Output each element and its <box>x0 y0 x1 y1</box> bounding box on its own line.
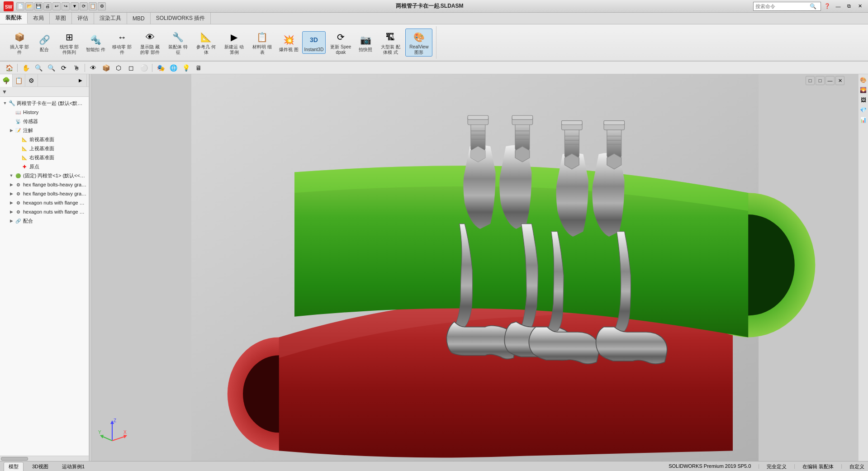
redo-btn[interactable]: ↪ <box>62 2 70 10</box>
display-manager-btn[interactable]: 📊 <box>859 116 868 124</box>
tab-plugins[interactable]: SOLIDWORKS 插件 <box>151 13 211 24</box>
reference-geometry-btn[interactable]: 📐 参考几 何体 <box>193 29 219 56</box>
scene-btn[interactable]: 🖥 <box>193 62 204 73</box>
exploded-view-btn[interactable]: 💥 爆炸视 图 <box>277 32 300 53</box>
split-vertical-btn[interactable]: □ <box>816 76 825 85</box>
tree-history[interactable]: 📖 History <box>6 108 89 117</box>
expand-sidebar-btn[interactable]: ▶ <box>74 74 87 87</box>
svg-rect-21 <box>562 121 583 125</box>
tab-render[interactable]: 渲染工具 <box>94 13 127 24</box>
shaded-btn[interactable]: ⬡ <box>113 62 124 73</box>
right-plane-icon: 📐 <box>21 154 28 161</box>
tree-mates[interactable]: ▶ 🔗 配合 <box>6 216 89 225</box>
options-btn[interactable]: ▼ <box>71 2 79 10</box>
print-btn[interactable]: 🖨 <box>43 2 52 10</box>
tree-fixed-pipe[interactable]: ▼ 🟢 (固定) 丙根管<1> (默认<<默认>_显示 <box>6 171 89 180</box>
property-tab[interactable]: 📋 <box>13 74 25 87</box>
minimize-viewport-btn[interactable]: — <box>825 76 835 85</box>
rotate-view-btn[interactable]: ✋ <box>20 62 31 73</box>
help-btn[interactable]: ❓ <box>823 2 832 11</box>
scene-bg-btn[interactable]: 🌄 <box>859 86 868 94</box>
instant3d-btn[interactable]: 3D Instant3D <box>302 31 326 54</box>
tab-layout[interactable]: 布局 <box>28 13 50 24</box>
svg-marker-43 <box>100 435 104 438</box>
svg-rect-27 <box>604 121 625 125</box>
appearance-btn[interactable]: 🎨 <box>859 76 868 84</box>
capture-snapshot-btn[interactable]: 📷 拍快照 <box>356 32 375 53</box>
shaded-edges-btn[interactable]: ◻ <box>126 62 137 73</box>
large-assembly-mode-btn[interactable]: 🏗 大型装 配体模 式 <box>377 29 403 56</box>
tab-assembly[interactable]: 装配体 <box>0 13 28 24</box>
front-plane-icon: 📐 <box>21 136 28 143</box>
file-props-btn[interactable]: 📋 <box>89 2 97 10</box>
tab-evaluate[interactable]: 评估 <box>72 13 94 24</box>
close-btn[interactable]: ✕ <box>855 2 864 11</box>
filter-icon[interactable]: ▼ <box>2 89 7 95</box>
bom-btn[interactable]: 📋 材料明 细表 <box>249 29 275 56</box>
restore-btn[interactable]: ⧉ <box>844 2 854 11</box>
new-motion-study-btn[interactable]: ▶ 新建运 动算例 <box>221 29 247 56</box>
view-home-btn[interactable]: 🏠 <box>4 62 14 73</box>
smart-fastener-btn[interactable]: 🔩 智能扣 件 <box>84 32 107 53</box>
config-tab[interactable]: ⚙ <box>25 74 38 87</box>
tree-nut2[interactable]: ▶ ⚙ hexagon nuts with flange gb<3> <box>6 207 89 216</box>
rebuild-btn[interactable]: ⟳ <box>80 2 88 10</box>
realview-btn[interactable]: 🎨 RealView 图形 <box>405 29 432 57</box>
split-horizontal-btn[interactable]: □ <box>806 76 815 85</box>
sidebar-scrollbar[interactable] <box>0 456 89 461</box>
linear-pattern-btn[interactable]: ⊞ 线性零 部件阵列 <box>56 29 82 56</box>
search-input[interactable] <box>755 4 810 9</box>
move-component-btn[interactable]: ↔ 移动零 部件 <box>109 29 135 56</box>
options2-btn[interactable]: ⚙ <box>98 2 106 10</box>
feature-tree-tab[interactable]: 🌳 <box>0 74 13 87</box>
status-sep1: | <box>758 463 759 470</box>
tree-nut1[interactable]: ▶ ⚙ hexagon nuts with flange gb<2> <box>6 198 89 207</box>
display-style-btn[interactable]: 👁 <box>88 62 99 73</box>
bolt1-icon: ⚙ <box>14 181 22 188</box>
minimize-btn[interactable]: — <box>834 2 843 11</box>
tree-root[interactable]: ▼ 🔧 两根管子卡在一起 (默认<默认_显示状态 <box>0 99 89 108</box>
hidden-lines-btn[interactable]: ⚪ <box>138 62 149 73</box>
3d-viewport[interactable]: Z X Y □ □ — ✕ <box>92 74 858 461</box>
pan-btn[interactable]: ⟳ <box>58 62 69 73</box>
undo-btn[interactable]: ↩ <box>52 2 61 10</box>
tree-top-plane[interactable]: 📐 上视基准面 <box>13 144 89 153</box>
zoom-to-fit-btn[interactable]: 🔍 <box>33 62 44 73</box>
selection-btn[interactable]: 🖱 <box>71 62 82 73</box>
tree-bolt1[interactable]: ▶ ⚙ hex flange bolts-heavy grade b g <box>6 180 89 189</box>
decals-btn[interactable]: 🖼 <box>859 96 868 104</box>
show-hide-btn[interactable]: 👁 显示隐 藏的零 部件 <box>137 29 163 56</box>
lighting-btn[interactable]: 💡 <box>180 62 191 73</box>
insert-component-btn[interactable]: 📦 插入零 部件 <box>6 29 33 56</box>
tab-mbd[interactable]: MBD <box>127 13 151 24</box>
tree-sensor[interactable]: 📡 传感器 <box>6 117 89 126</box>
model-tab[interactable]: 模型 <box>4 462 24 471</box>
view-orientation-btn[interactable]: 🌐 <box>168 62 179 73</box>
command-search[interactable]: 🔍 <box>753 2 821 11</box>
close-viewport-btn[interactable]: ✕ <box>835 76 844 85</box>
save-btn[interactable]: 💾 <box>34 2 43 10</box>
zoom-window-btn[interactable]: 🔍 <box>46 62 57 73</box>
quick-access-toolbar: 📄 📂 💾 🖨 ↩ ↪ ▼ ⟳ 📋 ⚙ <box>16 2 106 10</box>
realview-settings-btn[interactable]: 💎 <box>859 106 868 114</box>
tree-bolt2[interactable]: ▶ ⚙ hex flange bolts-heavy grade b g <box>6 189 89 198</box>
tree-front-plane[interactable]: 📐 前视基准面 <box>13 135 89 144</box>
history-expand <box>8 109 14 115</box>
tree-origin[interactable]: ✚ 原点 <box>13 162 89 171</box>
section-view-btn[interactable]: 🎭 <box>155 62 166 73</box>
3dview-tab[interactable]: 3D视图 <box>27 462 53 471</box>
assembly-feature-btn[interactable]: 🔧 装配体 特征 <box>165 29 191 56</box>
insert-component-icon: 📦 <box>12 30 27 44</box>
tree-right-plane[interactable]: 📐 右视基准面 <box>13 153 89 162</box>
model-canvas <box>92 74 858 461</box>
motion-study-tab[interactable]: 运动算例1 <box>57 462 90 471</box>
open-btn[interactable]: 📂 <box>25 2 33 10</box>
tree-annotations[interactable]: ▶ 📝 注解 <box>6 126 89 135</box>
update-speedpak-btn[interactable]: ⟳ 更新 Speedpak <box>327 29 354 56</box>
mate-btn[interactable]: 🔗 配合 <box>34 32 54 53</box>
viewport-corner-controls: □ □ — ✕ <box>806 76 844 85</box>
new-btn[interactable]: 📄 <box>16 2 24 10</box>
scroll-thumb[interactable] <box>1 457 28 461</box>
tab-sketch[interactable]: 草图 <box>50 13 72 24</box>
wireframe-btn[interactable]: 📦 <box>100 62 111 73</box>
